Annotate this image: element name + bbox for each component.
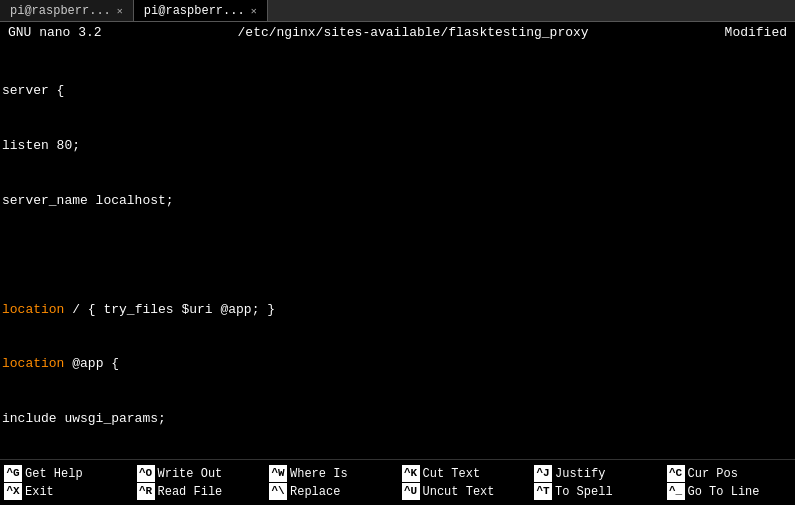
label-exit: Exit: [25, 483, 54, 501]
label-uncut-text: Uncut Text: [423, 483, 495, 501]
modified-status: Modified: [725, 25, 787, 40]
cmd-where-is: ^W Where Is ^\ Replace: [265, 460, 398, 505]
key-ctrl-c: ^C: [667, 465, 685, 482]
label-replace: Replace: [290, 483, 340, 501]
label-read-file: Read File: [158, 483, 223, 501]
key-ctrl-k: ^K: [402, 465, 420, 482]
cmd-write-out: ^O Write Out ^R Read File: [133, 460, 266, 505]
cmd-justify: ^J Justify ^T To Spell: [530, 460, 663, 505]
label-cur-pos: Cur Pos: [688, 465, 738, 483]
line-4: [2, 246, 793, 264]
label-to-spell: To Spell: [555, 483, 613, 501]
line-2: listen 80;: [2, 137, 793, 155]
key-ctrl-j: ^J: [534, 465, 552, 482]
title-bar: GNU nano 3.2 /etc/nginx/sites-available/…: [0, 22, 795, 42]
tab-2[interactable]: pi@raspberr... ✕: [134, 0, 268, 21]
key-ctrl-backslash: ^\: [269, 483, 287, 500]
key-ctrl-r: ^R: [137, 483, 155, 500]
label-go-to-line: Go To Line: [688, 483, 760, 501]
tab-2-label: pi@raspberr...: [144, 4, 245, 18]
key-ctrl-t: ^T: [534, 483, 552, 500]
label-justify: Justify: [555, 465, 605, 483]
key-ctrl-w: ^W: [269, 465, 287, 482]
label-where-is: Where Is: [290, 465, 348, 483]
tab-bar: pi@raspberr... ✕ pi@raspberr... ✕: [0, 0, 795, 22]
key-ctrl-underscore: ^_: [667, 483, 685, 500]
key-ctrl-u: ^U: [402, 483, 420, 500]
file-path: /etc/nginx/sites-available/flasktesting_…: [102, 25, 725, 40]
key-ctrl-o: ^O: [137, 465, 155, 482]
line-6: location @app {: [2, 355, 793, 373]
label-get-help: Get Help: [25, 465, 83, 483]
label-write-out: Write Out: [158, 465, 223, 483]
key-ctrl-g: ^G: [4, 465, 22, 482]
cmd-cut-text: ^K Cut Text ^U Uncut Text: [398, 460, 531, 505]
label-cut-text: Cut Text: [423, 465, 481, 483]
tab-1-label: pi@raspberr...: [10, 4, 111, 18]
tab-2-close[interactable]: ✕: [251, 5, 257, 17]
cmd-cur-pos: ^C Cur Pos ^_ Go To Line: [663, 460, 796, 505]
line-5: location / { try_files $uri @app; }: [2, 301, 793, 319]
key-ctrl-x: ^X: [4, 483, 22, 500]
line-1: server {: [2, 82, 793, 100]
cmd-get-help: ^G Get Help ^X Exit: [0, 460, 133, 505]
tab-1-close[interactable]: ✕: [117, 5, 123, 17]
nano-version: GNU nano 3.2: [8, 25, 102, 40]
bottom-bar: ^G Get Help ^X Exit ^O Write Out ^R Read…: [0, 459, 795, 505]
tab-1[interactable]: pi@raspberr... ✕: [0, 0, 134, 21]
editor[interactable]: server { listen 80; server_name localhos…: [0, 42, 795, 459]
line-7: include uwsgi_params;: [2, 410, 793, 428]
line-3: server_name localhost;: [2, 192, 793, 210]
